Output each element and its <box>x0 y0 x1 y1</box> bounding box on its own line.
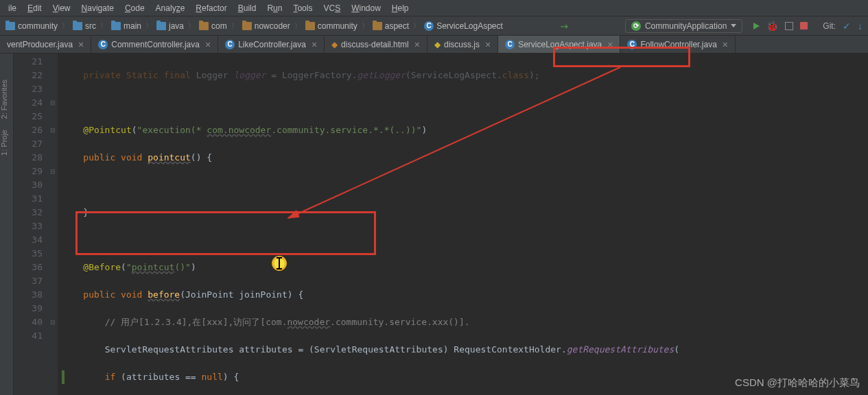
crumb-class[interactable]: ServiceLogAspect <box>436 21 503 31</box>
fold-icon[interactable]: ⊟ <box>48 96 58 110</box>
line-gutter[interactable]: 2122232425262728293031323334353637383940… <box>14 53 48 395</box>
tab-label: CommentController.java <box>111 40 200 49</box>
crumb-aspect[interactable]: aspect <box>385 21 409 31</box>
folder-icon <box>73 22 82 30</box>
folder-icon <box>111 22 121 30</box>
package-icon <box>373 22 382 30</box>
html-icon: ◆ <box>331 40 338 49</box>
crumb-project[interactable]: community <box>18 21 58 31</box>
tab-label: ServiceLogAspect.java <box>518 40 602 49</box>
menu-vcs[interactable]: VCS <box>318 3 346 13</box>
crumb-src[interactable]: src <box>85 21 96 31</box>
crumb-main[interactable]: main <box>124 21 141 31</box>
menu-tools[interactable]: Tools <box>288 3 318 13</box>
navigation-bar: community〉 src〉 main〉 java〉 com〉 nowcode… <box>0 16 868 36</box>
code-editor[interactable]: private Static final Logger logger = Log… <box>58 53 868 395</box>
menu-view[interactable]: View <box>47 3 76 13</box>
tab-servicelogaspect[interactable]: CServiceLogAspect.java× <box>498 36 620 53</box>
update-icon[interactable]: ↓ <box>858 21 863 32</box>
crumb-nowcoder[interactable]: nowcoder <box>255 21 290 31</box>
chevron-down-icon <box>731 24 736 27</box>
fold-gutter[interactable]: ⊟ ⊟ ⊟ ⊟ <box>48 53 58 395</box>
tab-label: LikeController.java <box>238 40 306 49</box>
run-config-label: CommunityApplication <box>645 21 727 31</box>
editor-tabs: ventProducer.java× CCommentController.ja… <box>0 36 868 53</box>
class-icon: C <box>627 40 637 49</box>
menu-edit[interactable]: Edit <box>22 3 47 13</box>
git-label: Git: <box>823 21 836 31</box>
debug-icon[interactable]: 🐞 <box>766 21 778 32</box>
menu-navigate[interactable]: Navigate <box>76 3 119 13</box>
favorites-tool[interactable]: 2: Favorites <box>0 74 13 124</box>
toolbar: 🐞 Git: ✓ ↓ <box>753 21 863 32</box>
tab-commentcontroller[interactable]: CCommentController.java× <box>91 36 218 53</box>
class-icon: C <box>505 40 515 49</box>
close-icon[interactable]: × <box>205 39 211 50</box>
menu-analyze[interactable]: Analyze <box>150 3 191 13</box>
menu-bar: ile Edit View Navigate Code Analyze Refa… <box>0 0 868 16</box>
editor-area: 2: Favorites 1: Proje 212223242526272829… <box>0 53 868 395</box>
menu-window[interactable]: Window <box>346 3 386 13</box>
text-cursor-icon <box>279 257 280 270</box>
menu-file[interactable]: ile <box>3 3 22 13</box>
tab-label: discuss-detail.html <box>341 40 409 49</box>
tab-label: discuss.js <box>444 40 480 49</box>
stop-icon[interactable] <box>800 22 808 29</box>
run-configuration[interactable]: ⟳ CommunityApplication <box>625 19 742 33</box>
class-icon: C <box>424 21 434 31</box>
tab-eventproducer[interactable]: ventProducer.java× <box>0 36 91 53</box>
js-icon: ◆ <box>434 40 441 49</box>
project-icon <box>5 22 15 30</box>
close-icon[interactable]: × <box>485 39 491 50</box>
build-icon[interactable]: ↘ <box>557 19 571 33</box>
class-icon: C <box>225 40 235 49</box>
class-icon: C <box>98 40 108 49</box>
menu-build[interactable]: Build <box>233 3 262 13</box>
run-icon[interactable] <box>753 23 760 29</box>
tool-window-bar[interactable]: 2: Favorites 1: Proje <box>0 53 14 395</box>
coverage-icon[interactable] <box>785 22 793 30</box>
tab-followcontroller[interactable]: CFollowController.java× <box>620 36 736 53</box>
tab-discuss-html[interactable]: ◆discuss-detail.html× <box>325 36 427 53</box>
close-icon[interactable]: × <box>723 39 728 50</box>
package-icon <box>242 22 252 30</box>
package-icon <box>199 22 209 30</box>
tab-label: FollowController.java <box>640 40 716 49</box>
close-icon[interactable]: × <box>414 39 420 50</box>
breadcrumb[interactable]: community〉 src〉 main〉 java〉 com〉 nowcode… <box>5 21 503 31</box>
menu-code[interactable]: Code <box>119 3 150 13</box>
close-icon[interactable]: × <box>607 39 613 50</box>
watermark: CSDN @打哈哈哈的小菜鸟 <box>735 376 860 390</box>
project-tool[interactable]: 1: Proje <box>0 124 13 161</box>
folder-icon <box>156 22 166 30</box>
menu-help[interactable]: Help <box>386 3 414 13</box>
app-icon: ⟳ <box>631 21 641 31</box>
crumb-java[interactable]: java <box>169 21 184 31</box>
menu-run[interactable]: Run <box>261 3 288 13</box>
crumb-community[interactable]: community <box>318 21 357 31</box>
close-icon[interactable]: × <box>312 39 317 50</box>
close-icon[interactable]: × <box>78 39 84 50</box>
commit-icon[interactable]: ✓ <box>843 21 851 32</box>
package-icon <box>305 22 315 30</box>
fold-icon[interactable]: ⊟ <box>48 165 58 178</box>
menu-refactor[interactable]: Refactor <box>190 3 232 13</box>
tab-likecontroller[interactable]: CLikeController.java× <box>218 36 325 53</box>
crumb-com[interactable]: com <box>211 21 227 31</box>
tab-label: ventProducer.java <box>7 40 73 49</box>
tab-discuss-js[interactable]: ◆discuss.js× <box>427 36 498 53</box>
